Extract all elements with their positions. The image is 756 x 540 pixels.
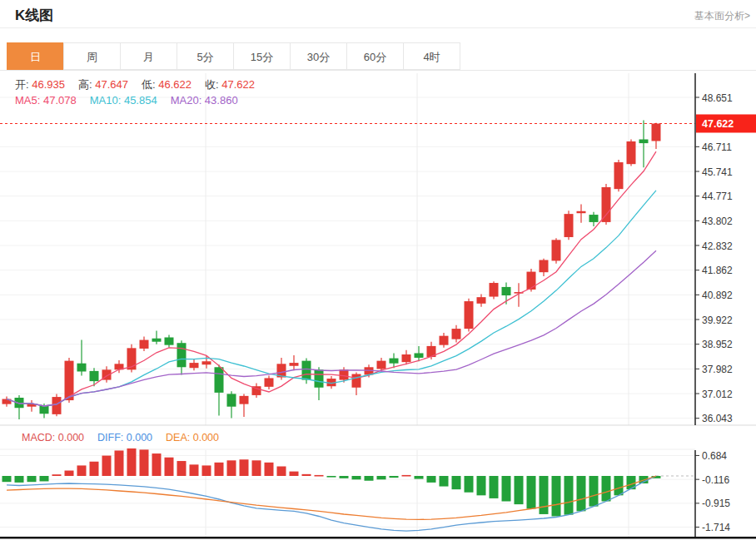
candle-body xyxy=(502,287,511,295)
ma-ma5: MA5: 47.078 xyxy=(15,94,77,107)
axis-tick-label: 45.741 xyxy=(702,166,733,178)
macd-diff: DIFF: 0.000 xyxy=(97,432,152,443)
candle-body xyxy=(565,214,574,237)
candle-body xyxy=(552,240,561,260)
axis-tick-label: -0.915 xyxy=(702,498,730,509)
candle-body xyxy=(165,337,174,344)
candle-body xyxy=(639,140,649,144)
candle-body xyxy=(627,141,636,164)
tab-15min[interactable]: 15分 xyxy=(233,42,291,70)
ohlc-high: 高: 47.647 xyxy=(78,78,128,91)
tab-day[interactable]: 日 xyxy=(7,42,64,70)
axis-tick-label: 39.922 xyxy=(702,315,733,326)
candle-body xyxy=(152,339,162,342)
candle-body xyxy=(652,123,661,141)
period-tabbar: 日周月5分15分30分60分4时 xyxy=(0,42,756,71)
axis-tick-label: 37.982 xyxy=(702,364,733,375)
axis-tick-label: 46.711 xyxy=(702,141,732,153)
candle-body xyxy=(52,397,62,414)
ohlc-info-row: 开: 46.935高: 47.647低: 46.622收: 47.622 xyxy=(15,77,268,92)
axis-tick-label: 44.771 xyxy=(702,191,733,202)
candle-body xyxy=(402,354,411,362)
axis-tick-label: 41.862 xyxy=(702,265,733,276)
axis-tick-label: 43.802 xyxy=(702,216,733,227)
candle-body xyxy=(90,371,99,381)
tab-60min[interactable]: 60分 xyxy=(346,42,404,70)
candle-body xyxy=(190,363,199,368)
candle-body xyxy=(390,359,399,364)
candle-body xyxy=(77,364,87,372)
candle-body xyxy=(265,378,274,386)
ohlc-close: 收: 47.622 xyxy=(205,78,255,91)
tab-5min[interactable]: 5分 xyxy=(177,42,234,70)
axis-tick-label: -0.116 xyxy=(702,474,729,486)
candle-body xyxy=(177,343,187,367)
macd-dea: DEA: 0.000 xyxy=(166,432,219,443)
tab-week[interactable]: 周 xyxy=(63,42,121,70)
candle-body xyxy=(315,369,324,387)
candle-body xyxy=(140,340,149,349)
tab-30min[interactable]: 30分 xyxy=(290,42,347,70)
candle-body xyxy=(290,363,299,366)
axis-tick-label: 42.832 xyxy=(702,240,733,252)
page-title: K线图 xyxy=(15,6,53,25)
candle-body xyxy=(589,215,599,222)
axis-tick-label: 48.651 xyxy=(702,92,733,104)
candle-body xyxy=(540,260,549,273)
candle-body xyxy=(477,297,486,304)
candle-body xyxy=(452,329,461,339)
macd-macd: MACD: 0.000 xyxy=(22,432,84,443)
current-price-badge: 47.622 xyxy=(696,114,756,132)
axis-tick-label: 0.684 xyxy=(702,450,727,462)
axis-tick-label: 38.952 xyxy=(702,339,733,350)
candle-body xyxy=(490,283,499,297)
candle-body xyxy=(302,361,311,380)
svg-text:47.622: 47.622 xyxy=(702,118,734,130)
kline-widget: 48.65146.71145.74144.77143.80242.83241.8… xyxy=(0,0,756,540)
candle-body xyxy=(440,336,449,345)
candle-body xyxy=(340,369,349,379)
candle-body xyxy=(527,272,536,290)
ma5-line xyxy=(7,151,656,406)
candle-body xyxy=(577,211,586,213)
tab-4hour[interactable]: 4时 xyxy=(403,42,460,70)
macd-info-row: MACD: 0.000DIFF: 0.000DEA: 0.000 xyxy=(22,432,232,443)
candle-body xyxy=(227,394,236,406)
candle-body xyxy=(352,374,361,388)
axis-tick-label: -1.714 xyxy=(702,522,730,533)
axis-tick-label: 37.012 xyxy=(702,389,733,400)
candle-body xyxy=(202,361,211,364)
axis-tick-label: 40.892 xyxy=(702,290,733,301)
ma-lines xyxy=(7,151,656,406)
candle-body xyxy=(215,367,224,393)
candle-body xyxy=(602,187,611,222)
ma-ma10: MA10: 45.854 xyxy=(90,94,157,107)
candle-body xyxy=(614,162,624,189)
tab-month[interactable]: 月 xyxy=(120,42,177,70)
candle-body xyxy=(40,405,49,414)
axis-tick-label: 36.043 xyxy=(702,413,733,424)
ohlc-low: 低: 46.622 xyxy=(142,78,191,91)
candle-body xyxy=(240,396,249,404)
candle-body xyxy=(465,301,474,329)
candle-body xyxy=(415,353,424,358)
ma-ma20: MA20: 43.860 xyxy=(171,94,238,107)
widget-header: K线图 基本面分析> xyxy=(0,0,756,28)
macd-histogram xyxy=(2,448,696,516)
candle-body xyxy=(377,361,386,369)
ma-info-row: MA5: 47.078MA10: 45.854MA20: 43.860 xyxy=(15,94,251,107)
ohlc-open: 开: 46.935 xyxy=(15,78,65,91)
fundamental-analysis-link[interactable]: 基本面分析> xyxy=(694,9,750,23)
